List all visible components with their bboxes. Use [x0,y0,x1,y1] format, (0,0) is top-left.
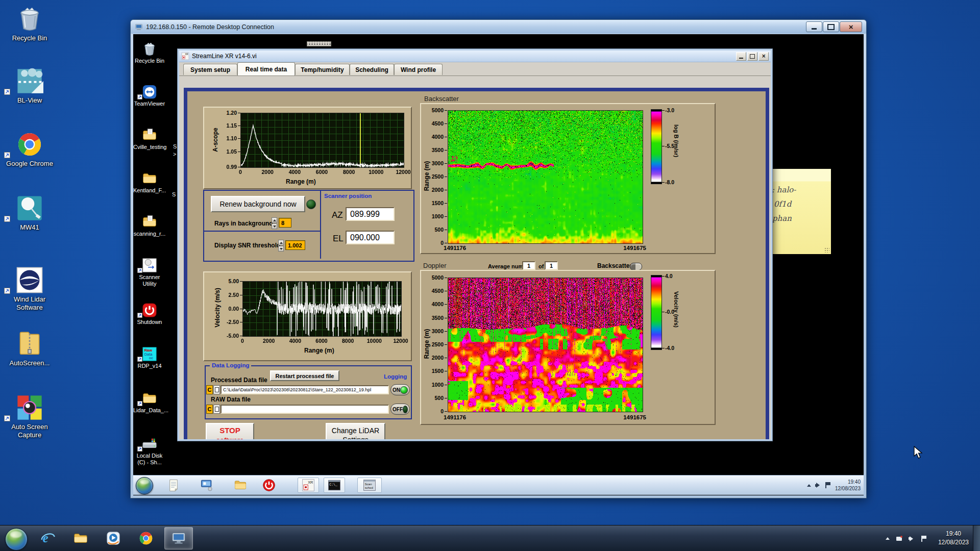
remote-taskbar-config[interactable] [197,478,216,493]
axis-tick-label: 2000 [253,169,282,175]
app-minimize-button[interactable] [736,52,746,61]
remote-system-tray: 19:4012/08/2023 [807,475,861,495]
desktop-icon-wind-lidar-software[interactable]: Wind Lidar Software [1,264,58,312]
desktop-icon-label: BL-View [1,96,58,105]
processed-browse-button[interactable] [213,385,220,394]
clock[interactable]: 19:4012/08/2023 [938,530,969,547]
snr-field[interactable]: 1.002 [285,240,305,250]
tab-scheduling[interactable]: Scheduling [350,64,394,75]
el-field[interactable]: 090.000 [346,231,395,244]
axis-tick-label: 6000 [307,338,336,344]
tick-mark [445,331,447,332]
taskbar-windows-explorer[interactable] [66,527,95,549]
app-maximize-button[interactable] [747,52,757,61]
remote-taskbar-power[interactable] [259,478,279,493]
action-center-flag-icon[interactable] [825,482,831,488]
desktop-icon-label: AutoScreen... [1,359,58,367]
taskbar-internet-explorer[interactable]: e [34,527,62,549]
volume-icon[interactable] [909,536,915,541]
chevron-up-icon[interactable] [807,484,811,487]
restart-processed-button[interactable]: Restart processed file [270,370,339,381]
desktop-icon-scanner-utility[interactable]: Scanner Utility [133,257,166,287]
tick-mark [240,295,242,295]
desktop-icon-scanning-r-[interactable]: scanning_r... [133,213,166,237]
raw-browse-button[interactable] [213,405,220,414]
axis-tick-label: 4500 [421,120,444,127]
rdp-minimize-button[interactable] [806,21,822,32]
axis-tick-label: 3000 [421,160,444,166]
recycle-bin-icon [1,3,58,33]
desktop-icon-label: scanning_r... [133,231,166,237]
desktop-icon-shutdown[interactable]: Shutdown [133,302,166,325]
volume-icon[interactable] [815,483,821,488]
stop-software-button[interactable]: STOPsoftware [206,423,254,441]
desktop-icon-local-disk-c-sh-[interactable]: Local Disk (C) - Sh... [133,435,166,466]
tick-mark [445,371,447,371]
desktop-icon-recycle-bin[interactable]: Recycle Bin [133,40,166,64]
desktop-icon-label: Shutdown [133,319,166,325]
rdp-titlebar[interactable]: 192.168.0.150 - Remote Desktop Connectio… [131,20,866,34]
desktop-icon-auto-screen-capture[interactable]: Auto Screen Capture [1,392,58,439]
axis-tick-label: 2000 [421,187,444,193]
desktop-icon-autoscreen-[interactable]: AutoScreen... [1,328,58,367]
backscatter-plot[interactable] [448,110,643,244]
start-button[interactable] [5,528,28,550]
snr-stepper[interactable] [278,240,284,252]
remote-taskbar-streamline-vi[interactable]: XR [298,478,319,493]
app-close-button[interactable]: × [758,52,769,61]
axis-tick-label: 500 [421,227,444,233]
axis-tick-label: 4000 [421,134,444,140]
remote-taskbar-folder[interactable] [231,478,250,493]
desktop-icon-cville-testing[interactable]: Cville_testing [133,127,166,151]
rdp-pin-bar[interactable] [307,41,331,46]
taskbar-media-player[interactable] [99,527,128,549]
doppler-plot[interactable] [448,278,643,412]
average-total-field[interactable]: 1 [545,261,558,270]
processed-path-field[interactable]: C:\Lidar\Data\Proc\2023\202308\20230812\… [220,385,389,394]
rdp-close-button[interactable]: × [840,21,862,32]
change-lidar-settings-button[interactable]: Change LiDARSettings [326,423,385,441]
tab-temp-humidity[interactable]: Temp/humidity [295,64,350,75]
rays-stepper[interactable] [272,217,277,229]
tab-real-time-data[interactable]: Real time data [237,62,295,76]
desktop-icon-mw41[interactable]: MW41 [1,192,58,232]
tab-wind-profile[interactable]: Wind profile [394,64,443,75]
tab-system-setup[interactable]: System setup [183,64,237,75]
average-number-field[interactable]: 1 [522,261,535,270]
processed-drive-selector[interactable]: C [206,385,213,394]
backscatter-toggle[interactable] [630,263,642,270]
device-tray-icon[interactable] [896,537,902,541]
desktop-icon-google-chrome[interactable]: Google Chrome [1,129,58,168]
chevron-up-icon[interactable] [886,537,890,540]
axis-tick-label: 4000 [281,338,309,344]
folder-doc-icon [133,127,166,143]
desktop-icon-kentland-f-[interactable]: Kentland_F... [133,170,166,194]
desktop-icon-rdp-v14[interactable]: RawDataocRDP_v14 [133,345,166,369]
processed-logging-toggle[interactable]: ON [390,384,410,395]
remote-taskbar-notes[interactable] [164,478,183,493]
desktop-icon-bl-view[interactable]: BL-View [1,65,58,105]
show-desktop-button[interactable] [973,525,980,551]
raw-logging-toggle[interactable]: OFF [390,404,410,415]
backscatter-color-scale [651,109,662,184]
streamline-titlebar[interactable]: XR StreamLine XR v14-6.vi × [179,51,771,62]
taskbar-chrome[interactable] [132,527,160,549]
remote-clock[interactable]: 19:4012/08/2023 [835,479,861,492]
taskbar-remote-desktop[interactable] [164,527,193,549]
remote-taskbar-command-prompt[interactable]: C:\_ [324,478,345,493]
remote-start-button[interactable] [136,477,153,494]
velocity-plot[interactable] [242,281,402,337]
action-center-flag-icon[interactable] [921,536,927,542]
rays-field[interactable]: 8 [279,218,291,228]
az-field[interactable]: 089.999 [346,207,395,221]
rdp-maximize-button[interactable] [823,21,839,32]
a-scope-plot[interactable] [240,113,404,168]
remote-taskbar-scan-sched[interactable]: Scansched [357,478,382,493]
raw-drive-selector[interactable]: C [206,405,213,414]
raw-path-field[interactable] [220,405,389,414]
desktop-icon-recycle-bin[interactable]: Recycle Bin [1,3,58,42]
desktop-icon-lidar-data-[interactable]: Lidar_Data_... [133,390,166,414]
desktop-icon-teamviewer[interactable]: TeamViewer [133,83,166,107]
renew-background-button[interactable]: Renew background now [211,196,305,212]
note-resize-grip[interactable] [824,247,829,253]
